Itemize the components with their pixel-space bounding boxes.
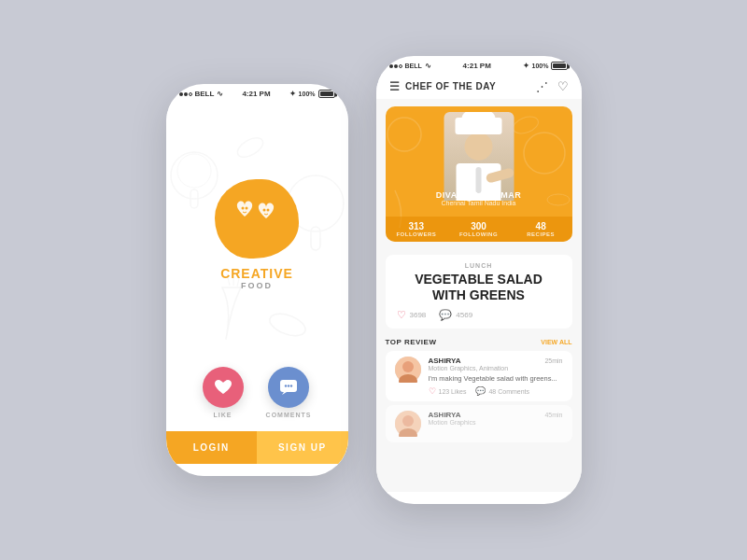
svg-rect-4 [311,227,320,250]
meal-type: LUNCH [397,262,561,269]
status-bar-right: BELL ∿ 4:21 PM ✦ 100% [376,56,582,74]
time-left: 4:21 PM [242,90,270,98]
chef-stats: 313 FOLLOWERS 300 FOLLOWING 48 RECIPES [386,217,572,242]
stat-recipes: 48 RECIPES [510,217,572,242]
review-likes-1: ♡ 123 Likes 💬 48 Comments [429,386,563,396]
comment-bubble-1: 💬 [475,386,486,396]
status-right-right: ✦ 100% [523,62,569,70]
reviewer-sub-1: Motion Graphics, Animation [429,365,563,371]
carrier-left: BELL [195,90,215,98]
chef-name: DIVAN RAJ KUMAR [389,190,569,200]
status-right-left: ✦ 100% [289,90,335,98]
chef-location: Chennai Tamil Nadu India [389,200,569,206]
svg-point-19 [524,133,565,174]
top-nav: ☰ CHEF OF THE DAY ⋰ ♡ [376,74,582,99]
reviewer-info-2: ASHIRYA 45min Motion Graphics [429,411,563,428]
reviews-section: TOP REVIEW VIEW ALL ASHIRYA 25min [386,338,572,447]
svg-point-17 [290,385,292,386]
signal-dot-r1 [389,64,393,68]
chef-head [465,133,493,161]
hamburger-icon[interactable]: ☰ [389,80,401,93]
svg-point-12 [263,208,266,211]
like-button-area[interactable]: LIKE [203,367,244,418]
svg-point-13 [267,208,270,211]
svg-point-11 [246,206,248,209]
review-item-1: ASHIRYA 25min Motion Graphics, Animation… [386,351,572,402]
reviewer-sub-2: Motion Graphics [429,419,563,426]
action-buttons: LIKE COMMENTS [203,367,312,418]
wifi-icon-right: ∿ [425,62,431,70]
recipe-comments-action[interactable]: 💬 4569 [439,309,472,321]
review-item-2: ASHIRYA 45min Motion Graphics [386,405,572,442]
review-time-2: 45min [544,412,562,418]
nav-title: CHEF OF THE DAY [405,81,496,91]
svg-point-18 [388,118,421,151]
bell-icon[interactable]: ♡ [557,79,569,93]
comments-label: COMMENTS [266,412,312,418]
recipe-likes-action[interactable]: ♡ 3698 [397,309,427,321]
logo-blob [215,179,299,259]
review-time-1: 25min [544,357,562,364]
view-all-button[interactable]: VIEW ALL [541,339,571,345]
reviews-title: TOP REVIEW [386,338,437,346]
recipe-section: LUNCH VEGETABLE SALADWITH GREENS ♡ 3698 … [386,255,572,329]
recipe-name: VEGETABLE SALADWITH GREENS [397,272,561,303]
following-label: FOLLOWING [447,231,510,237]
signal-dot-r3 [399,64,402,68]
review-comment-count-1[interactable]: 💬 48 Comments [475,386,529,396]
nav-title-area: ☰ CHEF OF THE DAY [389,80,497,93]
wifi-icon-left: ∿ [217,90,223,98]
battery-bar-right [551,62,568,70]
signal-dot-3 [189,92,192,96]
comments-count: 4569 [456,311,472,319]
signal-dot-2 [184,92,188,96]
battery-bar-left [318,90,335,98]
logo-text: CREATIVE FOOD [220,266,293,290]
comments-button-area[interactable]: COMMENTS [266,367,312,418]
reviewer-avatar-2 [395,411,421,437]
svg-point-16 [288,385,289,386]
right-screen: ☰ CHEF OF THE DAY ⋰ ♡ [376,74,582,492]
likes-count: 3698 [410,311,427,319]
svg-point-10 [242,206,245,209]
battery-fill-right [553,63,566,68]
brand-name: CREATIVE [220,266,293,281]
comment-icon: 💬 [439,309,452,321]
reviewer-name-1: ASHIRYA [429,357,461,365]
battery-pct-left: 100% [299,91,316,97]
stat-followers: 313 FOLLOWERS [386,217,448,242]
followers-label: FOLLOWERS [386,231,448,237]
chef-card: DIVAN RAJ KUMAR Chennai Tamil Nadu India… [386,106,572,242]
like-text-1: 123 Likes [439,388,467,395]
logo-icon [233,198,280,240]
like-label: LIKE [214,412,233,418]
svg-point-15 [285,385,287,386]
status-left: BELL ∿ [179,90,224,98]
reviewer-name-2: ASHIRYA [429,411,461,419]
reviewer-name-row-1: ASHIRYA 25min [429,357,563,365]
logo-area: CREATIVE FOOD [215,102,299,367]
brand-sub: FOOD [220,281,293,290]
status-left-right: BELL ∿ [389,62,431,70]
reviews-header: TOP REVIEW VIEW ALL [386,338,572,346]
review-like-count-1[interactable]: ♡ 123 Likes [429,386,467,396]
recipe-actions: ♡ 3698 💬 4569 [397,309,561,321]
share-icon[interactable]: ⋰ [536,79,548,93]
time-right: 4:21 PM [463,62,491,70]
left-phone: BELL ∿ 4:21 PM ✦ 100% [166,84,348,476]
signal-dots [179,92,192,96]
signal-dots-right [389,64,402,68]
comments-button[interactable] [268,367,309,408]
carrier-right: BELL [405,63,422,69]
right-phone: BELL ∿ 4:21 PM ✦ 100% ☰ CHEF OF THE DAY … [376,56,582,504]
status-bar-left: BELL ∿ 4:21 PM ✦ 100% [166,84,348,102]
like-button[interactable] [203,367,244,408]
following-count: 300 [447,221,510,231]
stat-following: 300 FOLLOWING [447,217,510,242]
comment-text-1: 48 Comments [488,388,529,395]
signal-dot-1 [179,92,183,96]
nav-icons: ⋰ ♡ [536,79,569,93]
svg-point-23 [402,361,414,372]
chef-info: DIVAN RAJ KUMAR Chennai Tamil Nadu India [386,187,572,210]
reviewer-avatar-1 [395,357,421,383]
